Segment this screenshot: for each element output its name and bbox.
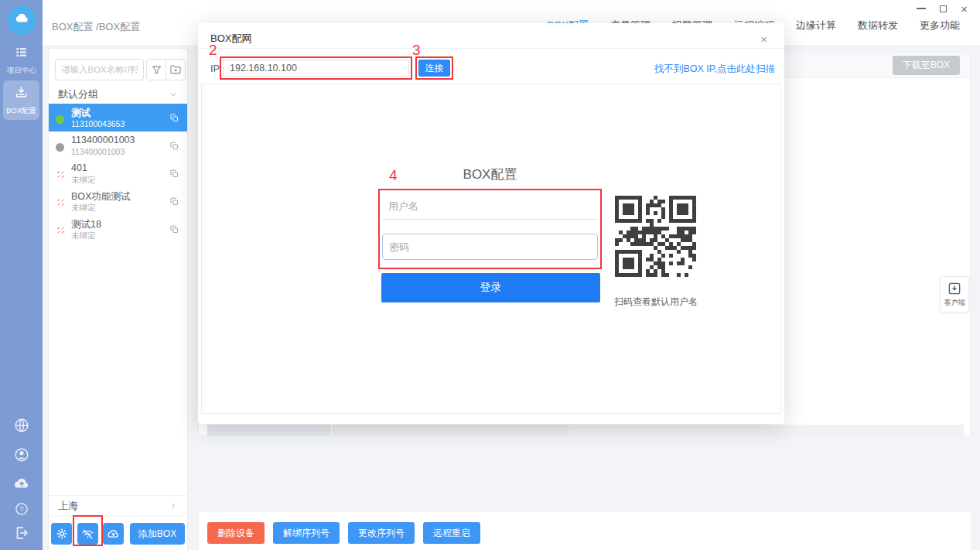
- group-header-default[interactable]: 默认分组: [49, 84, 187, 104]
- username-input[interactable]: [382, 193, 598, 220]
- copy-icon[interactable]: [169, 140, 179, 154]
- funnel-icon: [151, 64, 162, 76]
- add-group-button[interactable]: [166, 59, 186, 80]
- unbound-link-icon: [56, 169, 66, 183]
- ip-input[interactable]: [223, 60, 409, 77]
- change-serial-button[interactable]: 更改序列号: [348, 522, 415, 544]
- cloud-upload-icon: [107, 528, 120, 541]
- connect-button[interactable]: 连接: [418, 60, 450, 77]
- group-header-shanghai[interactable]: 上海: [49, 495, 187, 517]
- search-tools: [146, 59, 186, 80]
- scan-for-ip-link[interactable]: 找不到BOX IP,点击此处扫描: [654, 63, 775, 76]
- device-row[interactable]: 测试 113100043653: [49, 104, 187, 132]
- annotation-step-3: 3: [412, 42, 421, 59]
- device-serial: 未绑定: [71, 203, 96, 214]
- login-form-title: BOX配置: [378, 166, 602, 183]
- logout-icon[interactable]: [0, 524, 43, 541]
- remote-restart-button[interactable]: 远程重启: [423, 522, 480, 544]
- device-serial: 113400001003: [71, 147, 125, 156]
- filter-button[interactable]: [146, 59, 166, 80]
- table-header-cell: [570, 425, 964, 436]
- device-row[interactable]: BOX功能测试 未绑定: [49, 187, 187, 215]
- project-center-grid-icon: [14, 45, 29, 63]
- delete-device-button[interactable]: 删除设备: [207, 522, 265, 544]
- device-panel: 默认分组 测试 113100043653 113400001003 113400…: [48, 48, 188, 550]
- panel-footer-buttons: 添加BOX: [49, 522, 187, 545]
- minimize-icon[interactable]: [917, 8, 926, 9]
- annotation-step-2: 2: [209, 42, 217, 59]
- login-button[interactable]: 登录: [381, 273, 600, 302]
- table-header-cell: [207, 425, 331, 436]
- sidebar-item-project-center[interactable]: 项目中心: [0, 45, 43, 76]
- folder-plus-icon: [169, 63, 182, 76]
- modal-close-icon[interactable]: ×: [760, 33, 767, 45]
- offline-status-dot: [56, 143, 64, 152]
- annotation-step-4: 4: [389, 167, 398, 184]
- device-actions: 删除设备 解绑序列号 更改序列号 远程重启: [207, 522, 480, 544]
- search-row: [55, 59, 183, 80]
- device-row[interactable]: 测试18 未绑定: [49, 215, 187, 243]
- device-row[interactable]: 401 未绑定: [49, 159, 187, 187]
- device-serial: 113100043653: [71, 119, 125, 128]
- device-name: 测试: [71, 107, 90, 120]
- user-icon[interactable]: [0, 446, 43, 463]
- table-header-band: [207, 425, 964, 436]
- device-name: BOX功能测试: [71, 190, 130, 203]
- device-serial: 未绑定: [71, 175, 96, 186]
- group-name: 默认分组: [58, 87, 98, 101]
- gear-icon: [56, 528, 68, 540]
- app-logo: [7, 5, 36, 35]
- device-row[interactable]: 113400001003 113400001003: [49, 132, 187, 159]
- copy-icon[interactable]: [169, 168, 179, 182]
- app-sidebar: 项目中心 BOX配置 ?: [0, 0, 43, 550]
- cloud-sync-button[interactable]: [103, 523, 124, 545]
- settings-button[interactable]: [51, 523, 72, 545]
- close-window-icon[interactable]: ×: [961, 3, 968, 15]
- footer-card: 删除设备 解绑序列号 更改序列号 远程重启: [199, 512, 971, 550]
- tab-more-functions[interactable]: 更多功能: [920, 19, 960, 32]
- client-fab-label: 客户端: [944, 298, 965, 308]
- chevron-right-icon: [169, 501, 178, 511]
- window-controls: ×: [917, 0, 980, 17]
- table-header-cell: [332, 425, 569, 436]
- device-name: 401: [71, 162, 87, 173]
- group-name: 上海: [58, 499, 78, 513]
- add-box-button[interactable]: 添加BOX: [130, 523, 185, 545]
- online-status-dot: [56, 115, 64, 124]
- box-network-modal: BOX配网 × 2 IP 3 连接 找不到BOX IP,点击此处扫描 4 BOX…: [198, 23, 784, 424]
- breadcrumb: BOX配置 /BOX配置: [52, 20, 140, 34]
- annotation-rect-step-1: [73, 515, 103, 546]
- sidebar-item-label: BOX配置: [6, 105, 36, 115]
- unbound-link-icon: [56, 224, 66, 238]
- cloud-logo-icon: [12, 9, 31, 31]
- download-to-box-button[interactable]: 下载至BOX: [893, 56, 960, 75]
- qr-code: [615, 196, 696, 277]
- search-input[interactable]: [55, 59, 144, 80]
- cloud-upload-icon[interactable]: [0, 474, 43, 493]
- sidebar-item-label: 项目中心: [7, 65, 36, 75]
- unbind-serial-button[interactable]: 解绑序列号: [273, 522, 340, 544]
- copy-icon[interactable]: [169, 224, 179, 237]
- divider: [198, 48, 784, 49]
- help-icon[interactable]: ?: [0, 501, 43, 517]
- client-download-icon: [947, 281, 962, 296]
- device-name: 113400001003: [71, 135, 135, 145]
- password-input[interactable]: [382, 234, 598, 260]
- tab-data-forwarding[interactable]: 数据转发: [858, 19, 898, 32]
- qr-caption: 扫码查看默认用户名: [606, 295, 706, 309]
- tab-edge-computing[interactable]: 边缘计算: [796, 19, 836, 32]
- unbound-link-icon: [56, 196, 66, 210]
- chevron-down-icon: [169, 90, 178, 99]
- globe-icon[interactable]: [0, 417, 43, 434]
- sidebar-item-box-config[interactable]: BOX配置: [3, 80, 39, 120]
- device-name: 测试18: [71, 218, 101, 231]
- copy-icon[interactable]: [169, 196, 179, 210]
- maximize-icon[interactable]: [940, 5, 947, 12]
- svg-text:?: ?: [19, 505, 23, 513]
- device-serial: 未绑定: [71, 231, 96, 241]
- copy-icon[interactable]: [169, 112, 179, 126]
- device-list: 测试 113100043653 113400001003 11340000100…: [49, 104, 187, 243]
- ip-label: IP: [210, 63, 220, 74]
- client-download-fab[interactable]: 客户端: [940, 276, 969, 313]
- download-tray-icon: [14, 85, 29, 103]
